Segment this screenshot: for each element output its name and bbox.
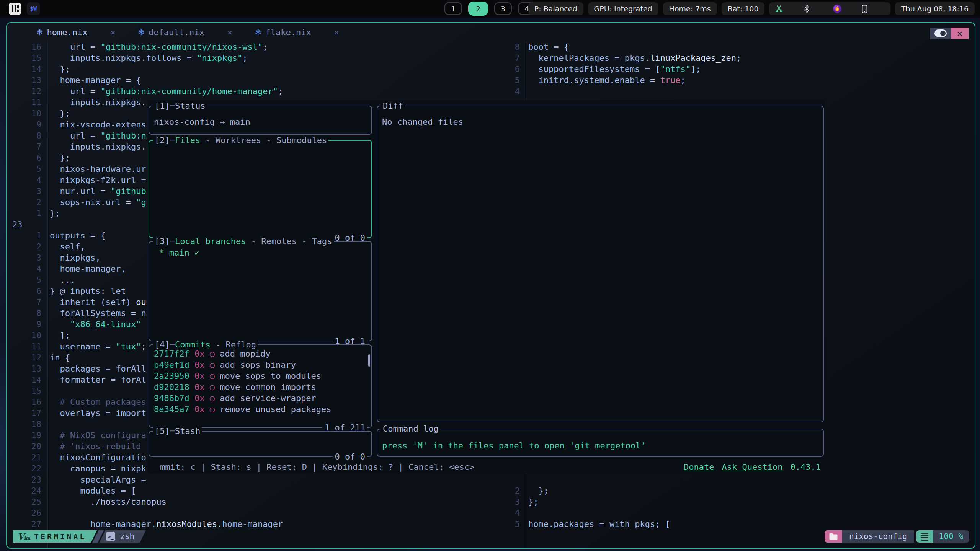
- line-number: 14: [7, 374, 41, 385]
- panel-key: [5]: [155, 425, 170, 437]
- window-close-button[interactable]: ✕: [951, 28, 969, 39]
- code-line: 26: [7, 507, 506, 518]
- line-number: 2: [7, 197, 41, 208]
- line-number: 21: [7, 452, 41, 463]
- line-number: 7: [7, 297, 41, 308]
- workspace-button-1[interactable]: 1: [444, 2, 462, 15]
- code-line: 8boot = {: [506, 41, 975, 52]
- code-line: 23 specialArgs =: [7, 474, 506, 485]
- lines-icon-segment: [916, 530, 933, 543]
- lazygit-stash-panel[interactable]: [5]─Stash 0 of 0: [149, 431, 372, 457]
- code-line: 4: [506, 507, 975, 518]
- line-number: 24: [7, 485, 41, 496]
- panel-key: [1]: [155, 100, 170, 111]
- code-line: 16 url = "github:nix-community/nixos-wsl…: [7, 41, 506, 52]
- panel-dash: ─: [170, 236, 175, 247]
- system-tray: [769, 2, 890, 15]
- commit-row[interactable]: 2a23950 0x ○ move sops to modules: [154, 370, 367, 381]
- panel-title: Commits: [175, 339, 211, 350]
- tab-home.nix[interactable]: ❄home.nix×: [37, 27, 116, 37]
- line-number: 1: [7, 230, 41, 241]
- line-number: 3: [506, 496, 520, 507]
- line-number: 23: [7, 219, 41, 230]
- code-line: 24 modules = [: [7, 485, 506, 496]
- ask-question-link[interactable]: Ask Question: [722, 461, 783, 473]
- tab-label: home.nix: [47, 28, 87, 37]
- nix-snowflake-icon: ❄: [255, 27, 261, 37]
- toggle-control[interactable]: [930, 28, 951, 39]
- code-line: 15 inputs.nixpkgs.follows = "nixpkgs";: [7, 52, 506, 64]
- line-number: 6: [7, 152, 41, 163]
- code-line: 27 home-manager.nixosModules.home-manage…: [7, 518, 506, 530]
- code-line: 2 };: [506, 485, 975, 496]
- line-number: 10: [7, 108, 41, 119]
- lazygit-commits-panel[interactable]: [4]─Commits - Reflog 2717f2f 0x ○ add mo…: [149, 344, 372, 428]
- nix-snowflake-icon: ❄: [37, 27, 42, 37]
- line-number: 2: [7, 241, 41, 252]
- line-number: 4: [506, 507, 520, 518]
- line-number: 7: [506, 52, 520, 64]
- line-number: 20: [7, 441, 41, 452]
- line-number: 5: [7, 274, 41, 285]
- code-line: 25 ./hosts/canopus: [7, 496, 506, 507]
- line-number: 13: [7, 363, 41, 374]
- workspace-button-3[interactable]: 3: [494, 2, 512, 15]
- tiling-grid-icon[interactable]: [8, 2, 21, 15]
- panel-title: Status: [175, 100, 205, 111]
- statusbar-directory: nixos-config: [842, 530, 914, 543]
- commit-row[interactable]: d920218 0x ○ move common imports: [154, 381, 367, 393]
- panel-title: Diff: [383, 100, 403, 111]
- tab-close-icon[interactable]: ×: [334, 28, 339, 37]
- line-number: 16: [7, 396, 41, 408]
- tab-close-icon[interactable]: ×: [110, 28, 115, 37]
- commits-scrollbar[interactable]: [368, 354, 370, 367]
- lazygit-branches-panel[interactable]: [3]─Local branches - Remotes - Tags * ma…: [149, 241, 372, 341]
- code-line-hidden: [506, 474, 975, 485]
- vim-icon: Vim: [18, 531, 30, 541]
- panel-title: Stash: [175, 425, 200, 437]
- tab-default.nix[interactable]: ❄default.nix×: [139, 27, 232, 37]
- code-line: 5 initrd.systemd.enable = true;: [506, 75, 975, 86]
- panel-subtitle: - Worktrees - Submodules: [200, 135, 327, 146]
- line-number: 26: [7, 507, 41, 518]
- line-number: 14: [7, 64, 41, 75]
- line-number: 13: [7, 75, 41, 86]
- panel-title: Files: [175, 135, 200, 146]
- line-number: 5: [506, 75, 520, 86]
- commit-row[interactable]: 8e345a7 0x ○ remove unused packages: [154, 404, 367, 415]
- commit-row[interactable]: b49ef1d 0x ○ add sops binary: [154, 359, 367, 370]
- line-number: 4: [506, 86, 520, 97]
- code-line: 4: [506, 86, 975, 97]
- lazygit-diff-panel[interactable]: Diff No changed files: [377, 106, 824, 422]
- branch-row[interactable]: * main ✓: [154, 248, 199, 258]
- topbar-right: P: BalancedGPU: IntegratedHome: 7msBat: …: [528, 2, 975, 15]
- terminal-prompt-icon: >_: [106, 532, 115, 541]
- line-number: 23: [7, 474, 41, 485]
- tab-close-icon[interactable]: ×: [227, 28, 232, 37]
- branch-check-icon: ✓: [194, 248, 199, 258]
- line-number: 11: [7, 97, 41, 108]
- code-line: 7 kernelPackages = pkgs.linuxPackages_ze…: [506, 52, 975, 64]
- code-line: 12 url = "github:nix-community/home-mana…: [7, 86, 506, 97]
- command-log-content: press 'M' in the files panel to open 'gi…: [377, 429, 823, 454]
- panel-key: [3]: [155, 236, 170, 247]
- workspace-badge-icon[interactable]: $W: [27, 2, 40, 15]
- line-number: 4: [7, 263, 41, 274]
- line-number: 4: [7, 174, 41, 186]
- workspace-button-2[interactable]: 2: [468, 2, 488, 16]
- terminal-window: ❄home.nix×❄default.nix×❄flake.nix× ✕ 16 …: [6, 22, 975, 549]
- donate-link[interactable]: Donate: [684, 461, 714, 473]
- commit-row[interactable]: 9486b7d 0x ○ add service-wrapper: [154, 393, 367, 404]
- line-number: 9: [7, 119, 41, 130]
- lazygit-files-panel[interactable]: [2]─Files - Worktrees - Submodules 0 of …: [149, 140, 372, 238]
- panel-key: [4]: [155, 339, 170, 350]
- keybindings-text: mmit: c | Stash: s | Reset: D | Keybindi…: [160, 461, 474, 473]
- lazygit-status-panel[interactable]: [1]─Status nixos-config → main: [149, 106, 372, 135]
- line-number: 25: [7, 496, 41, 507]
- panel-dash: ─: [170, 425, 175, 437]
- tab-flake.nix[interactable]: ❄flake.nix×: [255, 27, 339, 37]
- code-line: 3};: [506, 496, 975, 507]
- line-number: 15: [7, 385, 41, 396]
- lazygit-command-log-panel[interactable]: Command log press 'M' in the files panel…: [377, 429, 824, 457]
- status-pill: P: Balanced: [528, 2, 583, 15]
